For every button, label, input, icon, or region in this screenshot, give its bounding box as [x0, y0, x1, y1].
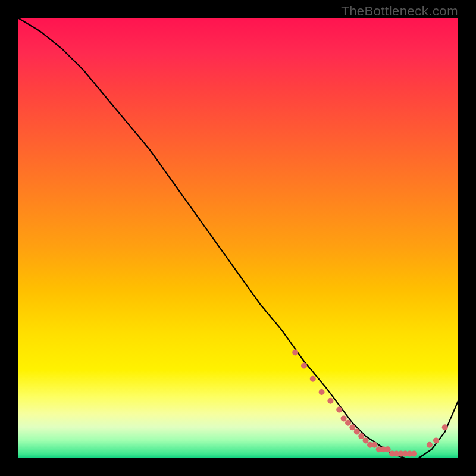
marker-dot — [354, 429, 360, 435]
plot-area — [18, 18, 458, 458]
marker-dot — [301, 363, 307, 369]
marker-dot — [358, 433, 364, 439]
marker-dot — [345, 420, 351, 426]
chart-svg — [18, 18, 458, 458]
curve-line — [18, 18, 458, 458]
watermark-text: TheBottleneck.com — [341, 4, 458, 19]
marker-dot — [442, 424, 448, 430]
marker-dot — [319, 389, 325, 395]
marker-group — [292, 349, 448, 456]
chart-stage: TheBottleneck.com — [0, 0, 476, 476]
marker-dot — [433, 437, 439, 443]
marker-dot — [371, 442, 377, 448]
marker-dot — [363, 437, 369, 443]
marker-dot — [385, 446, 391, 452]
marker-dot — [310, 376, 316, 382]
marker-dot — [327, 398, 333, 404]
marker-dot — [336, 407, 342, 413]
marker-dot — [341, 415, 347, 421]
marker-dot — [292, 349, 298, 355]
marker-dot — [349, 424, 355, 430]
marker-dot — [427, 442, 433, 448]
marker-dot — [411, 451, 417, 457]
